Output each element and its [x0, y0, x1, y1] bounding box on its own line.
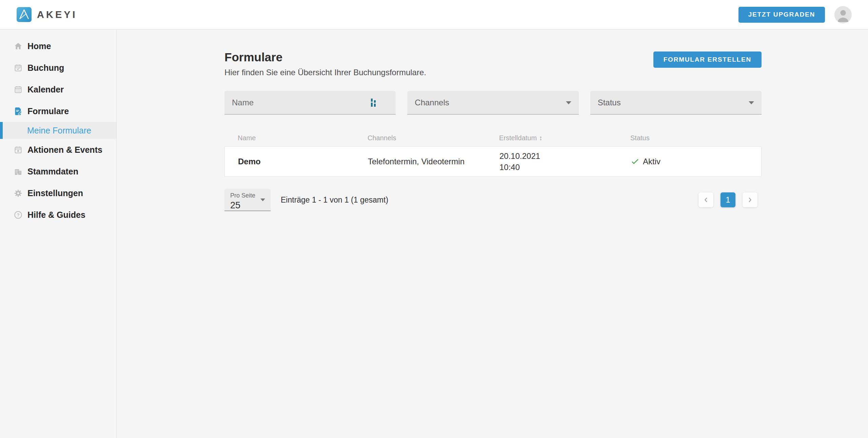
sidebar-item-einstellungen[interactable]: Einstellungen [0, 182, 116, 204]
chevron-down-icon [749, 101, 754, 104]
page-buttons: 1 [698, 192, 757, 207]
sidebar-item-formulare[interactable]: Formulare [0, 100, 116, 122]
row-date: 20.10.2021 [499, 150, 617, 162]
sidebar-item-label: Aktionen & Events [27, 145, 102, 155]
sidebar-item-label: Kalender [27, 85, 64, 95]
sidebar-item-buchung[interactable]: Buchung [0, 57, 116, 79]
sidebar-item-label: Home [27, 41, 51, 51]
sidebar-item-meine-formulare[interactable]: Meine Formulare [0, 122, 116, 139]
sidebar-item-hilfe-guides[interactable]: ? Hilfe & Guides [0, 204, 116, 226]
calendar-icon [14, 85, 23, 94]
chevron-down-icon [260, 199, 265, 201]
avatar[interactable] [834, 6, 852, 23]
logo-mark-icon [16, 7, 32, 22]
row-status-cell: Aktiv [617, 157, 761, 166]
sidebar: Home Buchung Kalender [0, 30, 117, 438]
chevron-left-icon [702, 196, 710, 204]
sidebar-item-label: Formulare [27, 106, 69, 116]
pagination-bar: Pro Seite 25 Einträge 1 - 1 von 1 (1 ges… [224, 189, 762, 211]
building-icon [14, 167, 23, 176]
chevron-right-icon [746, 196, 754, 204]
sidebar-item-label: Buchung [27, 63, 64, 73]
column-header-status: Status [617, 134, 762, 142]
sidebar-item-home[interactable]: Home [0, 35, 116, 57]
page-1-button[interactable]: 1 [721, 192, 735, 207]
status-badge: Aktiv [643, 157, 660, 166]
page-subtitle: Hier finden Sie eine Übersicht Ihrer Buc… [224, 68, 426, 77]
column-header-channels: Channels [354, 134, 486, 142]
name-filter-input[interactable] [232, 98, 388, 107]
sidebar-subitem-label: Meine Formulare [27, 126, 91, 135]
user-avatar-icon [834, 6, 852, 23]
channels-filter-label: Channels [415, 98, 449, 107]
upgrade-button[interactable]: JETZT UPGRADEN [738, 7, 825, 23]
main-content: Formulare Hier finden Sie eine Übersicht… [117, 30, 868, 438]
row-time: 10:40 [499, 162, 617, 173]
calendar-check-icon [14, 63, 23, 72]
sidebar-item-label: Einstellungen [27, 188, 83, 198]
gear-icon [14, 189, 23, 198]
previous-page-button[interactable] [698, 192, 713, 207]
calendar-star-icon [14, 145, 23, 154]
row-channels-cell: Telefontermin, Videotermin [355, 157, 486, 166]
row-name-cell: Demo [225, 157, 355, 166]
home-icon [14, 42, 23, 51]
sort-icon[interactable]: ↕ [539, 134, 542, 142]
page-title: Formulare [224, 50, 426, 64]
column-header-erstelldatum[interactable]: Erstelldatum ↕ [486, 134, 617, 142]
svg-text:?: ? [17, 212, 19, 217]
form-icon [14, 107, 23, 116]
chevron-down-icon [566, 101, 571, 104]
logo-text: AKEYI [37, 9, 77, 20]
per-page-select[interactable]: Pro Seite 25 [224, 189, 271, 211]
column-header-name: Name [224, 134, 354, 142]
sidebar-item-label: Hilfe & Guides [27, 210, 85, 220]
channels-filter-select[interactable]: Channels [407, 91, 578, 114]
check-icon [631, 157, 639, 166]
sidebar-item-kalender[interactable]: Kalender [0, 79, 116, 100]
table-row[interactable]: Demo Telefontermin, Videotermin 20.10.20… [224, 146, 762, 176]
sidebar-item-label: Stammdaten [27, 167, 78, 176]
app-logo[interactable]: AKEYI [16, 7, 77, 22]
status-filter-select[interactable]: Status [590, 91, 762, 114]
table-header: Name Channels Erstelldatum ↕ Status [224, 134, 762, 142]
row-date-cell: 20.10.2021 10:40 [486, 150, 617, 173]
help-icon: ? [14, 210, 23, 220]
next-page-button[interactable] [743, 192, 757, 207]
page-header-text: Formulare Hier finden Sie eine Übersicht… [224, 50, 426, 77]
status-filter-label: Status [598, 98, 621, 107]
per-page-value: 25 [230, 200, 271, 211]
create-form-button[interactable]: FORMULAR ERSTELLEN [653, 51, 762, 68]
name-filter-field[interactable] [224, 91, 396, 114]
sidebar-item-aktionen-events[interactable]: Aktionen & Events [0, 139, 116, 161]
sidebar-item-stammdaten[interactable]: Stammdaten [0, 161, 116, 182]
app-header: AKEYI JETZT UPGRADEN [0, 0, 868, 29]
entries-summary: Einträge 1 - 1 von 1 (1 gesamt) [281, 195, 388, 205]
text-cursor-icon [371, 98, 376, 107]
filter-bar: Channels Status [224, 91, 762, 114]
